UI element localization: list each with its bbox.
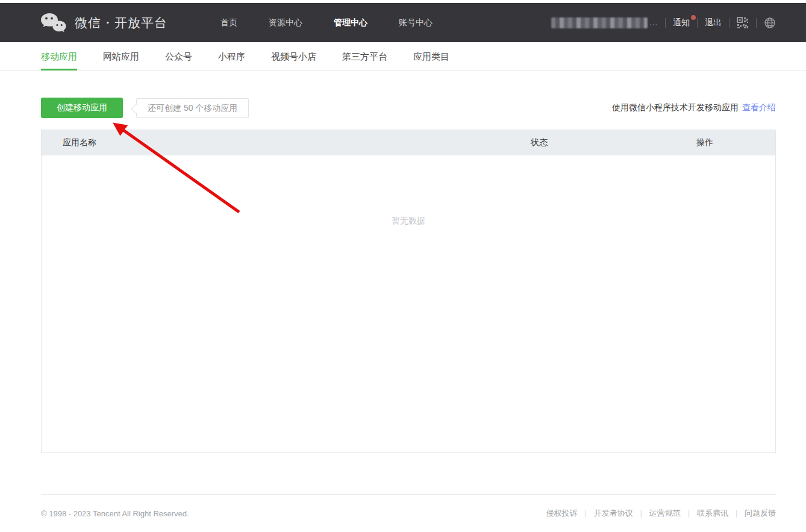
separator: |: [688, 509, 690, 518]
language-globe-icon[interactable]: [764, 17, 776, 29]
separator: |: [640, 509, 642, 518]
miniprogram-tech-hint: 使用微信小程序技术开发移动应用查看介绍: [612, 102, 776, 113]
column-actions: 操作: [696, 137, 775, 148]
footer-link-operation-rules[interactable]: 运营规范: [649, 508, 681, 519]
column-app-name: 应用名称: [42, 137, 531, 148]
column-status: 状态: [531, 137, 696, 148]
logo-title: 微信・开放平台: [75, 14, 167, 31]
header-right-area: ... 通知 退出: [551, 17, 776, 29]
notifications-link[interactable]: 通知: [673, 17, 690, 28]
toolbar: 创建移动应用 还可创建 50 个移动应用 使用微信小程序技术开发移动应用查看介绍: [41, 98, 776, 118]
footer-link-developer-agreement[interactable]: 开发者协议: [594, 508, 633, 519]
account-name-blurred[interactable]: [551, 17, 648, 28]
footer-link-contact-tencent[interactable]: 联系腾讯: [697, 508, 728, 519]
separator: |: [585, 509, 587, 518]
tab-mini-program[interactable]: 小程序: [218, 42, 245, 70]
wechat-logo-icon: [40, 12, 66, 34]
logout-link[interactable]: 退出: [705, 17, 722, 28]
tab-channels-shop[interactable]: 视频号小店: [271, 42, 316, 70]
app-type-tabbar: 移动应用 网站应用 公众号 小程序 视频号小店 第三方平台 应用类目: [0, 42, 806, 70]
account-name-ellipsis: ...: [649, 18, 658, 27]
separator: [729, 18, 729, 28]
notification-badge-dot: [691, 15, 696, 20]
page-footer: © 1998 - 2023 Tencent All Right Reserved…: [41, 494, 776, 519]
qr-code-icon[interactable]: [737, 17, 749, 29]
table-header-row: 应用名称 状态 操作: [42, 130, 775, 155]
nav-item-home[interactable]: 首页: [205, 17, 253, 28]
footer-link-infringement[interactable]: 侵权投诉: [546, 508, 578, 519]
tab-app-category[interactable]: 应用类目: [413, 42, 449, 70]
view-introduction-link[interactable]: 查看介绍: [742, 102, 776, 112]
top-navigation: 首页 资源中心 管理中心 账号中心: [205, 17, 448, 28]
copyright-text: © 1998 - 2023 Tencent All Right Reserved…: [41, 509, 189, 518]
tab-official-account[interactable]: 公众号: [165, 42, 192, 70]
wechat-open-platform-logo[interactable]: 微信・开放平台: [40, 12, 167, 34]
footer-link-feedback[interactable]: 问题反馈: [745, 508, 776, 519]
separator: [665, 18, 666, 28]
create-mobile-app-button[interactable]: 创建移动应用: [41, 98, 123, 118]
hint-text: 使用微信小程序技术开发移动应用: [612, 102, 739, 112]
tab-mobile-app[interactable]: 移动应用: [41, 42, 77, 70]
separator: [756, 18, 757, 28]
tab-website-app[interactable]: 网站应用: [103, 42, 139, 70]
app-list-table: 应用名称 状态 操作 暂无数据: [41, 130, 776, 453]
nav-item-resources[interactable]: 资源中心: [253, 17, 318, 28]
nav-item-management-center[interactable]: 管理中心: [318, 17, 383, 28]
separator: [697, 18, 698, 28]
nav-item-account-center[interactable]: 账号中心: [383, 17, 448, 28]
quota-remaining-tooltip: 还可创建 50 个移动应用: [136, 98, 249, 118]
separator: |: [736, 509, 737, 518]
footer-links: 侵权投诉 | 开发者协议 | 运营规范 | 联系腾讯 | 问题反馈: [546, 508, 776, 519]
empty-state-text: 暂无数据: [42, 216, 775, 227]
top-header: 微信・开放平台 首页 资源中心 管理中心 账号中心 ... 通知 退出: [0, 3, 806, 42]
tab-third-party-platform[interactable]: 第三方平台: [342, 42, 387, 70]
